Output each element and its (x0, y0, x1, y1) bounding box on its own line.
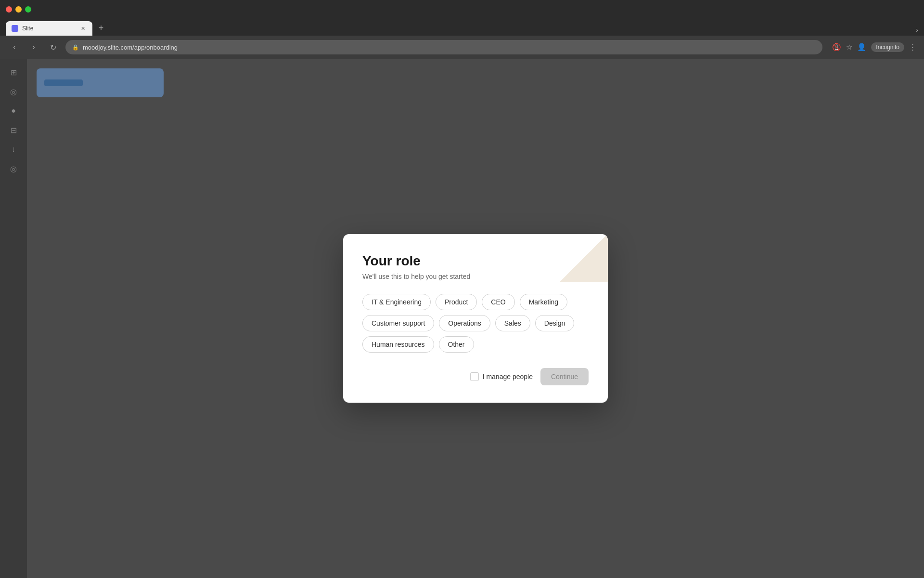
role-chip-other[interactable]: Other (439, 336, 474, 353)
address-bar: ‹ › ↻ 🔒 moodjoy.slite.com/app/onboarding… (0, 36, 924, 59)
sidebar-icon-5[interactable]: ↓ (6, 142, 21, 157)
incognito-label: Incognito (876, 44, 899, 51)
manage-people-text: I manage people (483, 373, 533, 381)
back-button[interactable]: ‹ (8, 40, 21, 54)
manage-people-label[interactable]: I manage people (470, 372, 533, 381)
tab-right-controls: › (916, 26, 918, 34)
modal-footer: I manage people Continue (362, 368, 589, 385)
role-chip-ceo[interactable]: CEO (482, 294, 514, 310)
role-chip-design[interactable]: Design (535, 315, 575, 331)
page-content: ⊞ ◎ ● ⊟ ↓ ◎ Your role We'll use (0, 59, 924, 578)
role-chip-human-resources[interactable]: Human resources (362, 336, 434, 353)
continue-button[interactable]: Continue (540, 368, 589, 385)
tab-favicon (12, 25, 18, 32)
modal-corner-decoration (560, 234, 608, 282)
manage-people-checkbox[interactable] (470, 372, 479, 381)
screen-cast-icon[interactable]: 📵 (832, 43, 841, 52)
modal-title: Your role (362, 253, 589, 269)
modal-subtitle: We'll use this to help you get started (362, 273, 589, 280)
profile-icon[interactable]: 👤 (857, 43, 866, 52)
minimize-button[interactable] (15, 6, 22, 13)
role-chip-it-engineering[interactable]: IT & Engineering (362, 294, 431, 310)
active-tab[interactable]: Slite ✕ (6, 21, 92, 36)
new-tab-button[interactable]: + (94, 21, 108, 35)
modal-overlay: Your role We'll use this to help you get… (27, 59, 924, 578)
url-text: moodjoy.slite.com/app/onboarding (83, 44, 178, 51)
title-bar (0, 0, 924, 18)
incognito-badge: Incognito (871, 42, 904, 52)
role-modal: Your role We'll use this to help you get… (343, 234, 608, 403)
tab-title: Slite (22, 25, 33, 32)
reload-button[interactable]: ↻ (46, 40, 60, 54)
role-chip-marketing[interactable]: Marketing (520, 294, 567, 310)
maximize-button[interactable] (25, 6, 31, 13)
lock-icon: 🔒 (72, 44, 79, 51)
sidebar-icon-2[interactable]: ◎ (6, 84, 21, 99)
bookmark-icon[interactable]: ☆ (846, 43, 852, 52)
sidebar-icon-4[interactable]: ⊟ (6, 122, 21, 138)
toolbar-right: 📵 ☆ 👤 Incognito ⋮ (832, 42, 916, 52)
sidebar-icon-6[interactable]: ◎ (6, 161, 21, 176)
sidebar-icon-1[interactable]: ⊞ (6, 65, 21, 80)
browser-window: Slite ✕ + › ‹ › ↻ 🔒 moodjoy.slite.com/ap… (0, 0, 924, 578)
menu-icon[interactable]: ⋮ (909, 43, 916, 52)
main-area: Your role We'll use this to help you get… (27, 59, 924, 578)
close-button[interactable] (6, 6, 12, 13)
role-chip-customer-support[interactable]: Customer support (362, 315, 434, 331)
traffic-lights (6, 6, 31, 13)
role-chip-operations[interactable]: Operations (439, 315, 490, 331)
tab-close-button[interactable]: ✕ (79, 25, 87, 32)
role-chip-sales[interactable]: Sales (495, 315, 530, 331)
forward-button[interactable]: › (27, 40, 40, 54)
tabs-chevron-icon[interactable]: › (916, 26, 918, 34)
role-options: IT & Engineering Product CEO Marketing C… (362, 294, 589, 353)
sidebar: ⊞ ◎ ● ⊟ ↓ ◎ (0, 59, 27, 578)
url-bar[interactable]: 🔒 moodjoy.slite.com/app/onboarding (65, 40, 822, 54)
tab-bar: Slite ✕ + › (0, 18, 924, 36)
role-chip-product[interactable]: Product (436, 294, 477, 310)
sidebar-icon-3[interactable]: ● (6, 103, 21, 118)
